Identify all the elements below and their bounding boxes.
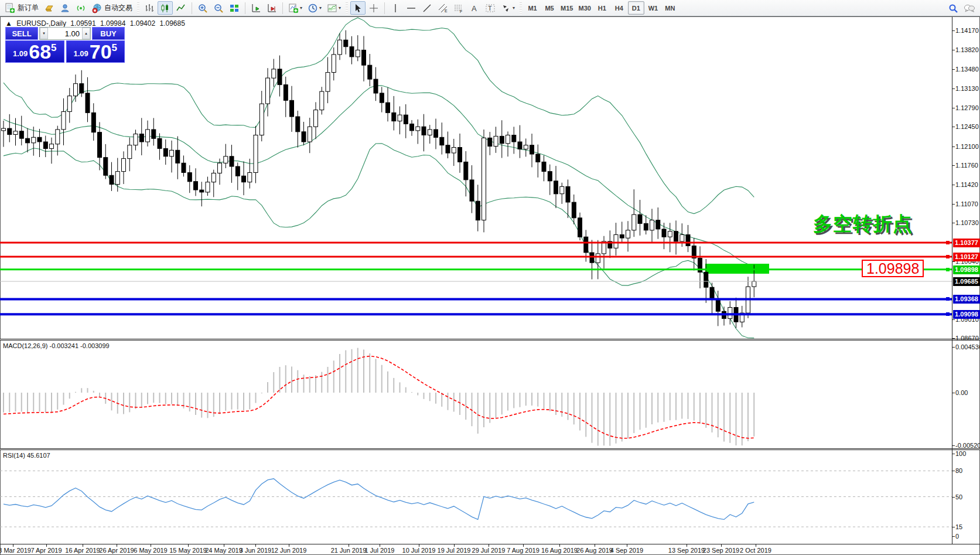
- timeframe-button-M30[interactable]: M30: [576, 1, 593, 15]
- volume-input[interactable]: [48, 28, 82, 39]
- buy-button[interactable]: BUY: [92, 27, 125, 40]
- text-label-button[interactable]: T: [483, 1, 498, 15]
- time-axis-label[interactable]: 28 Mar 2019: [0, 547, 31, 554]
- sell-price-big: 68: [29, 42, 51, 62]
- indicators-button[interactable]: ▾: [286, 1, 305, 15]
- volume-decrease-button[interactable]: ▾: [40, 28, 48, 39]
- timeframe-button-M1[interactable]: M1: [524, 1, 541, 15]
- price-axis-tick-label: 1.13130: [955, 85, 979, 92]
- macd-indicator-pane[interactable]: [0, 341, 952, 450]
- timeframe-button-D1[interactable]: D1: [628, 1, 644, 15]
- trendline-button[interactable]: [419, 1, 435, 15]
- toolbar-grip: [346, 2, 348, 14]
- toolbar-grip: [520, 2, 522, 14]
- time-axis-label[interactable]: 1 Jul 2019: [365, 547, 395, 554]
- zoom-out-button[interactable]: [211, 1, 226, 15]
- time-axis-label[interactable]: 15 May 2019: [169, 547, 207, 554]
- auto-scroll-button[interactable]: [248, 1, 264, 15]
- panel-collapse-arrow[interactable]: ▲: [5, 19, 12, 28]
- timeframe-button-H1[interactable]: H1: [594, 1, 610, 15]
- sell-price-display[interactable]: 1.09 68 5: [5, 40, 64, 63]
- equidistant-channel-button[interactable]: E: [435, 1, 450, 15]
- toolbar-grip: [137, 2, 139, 14]
- templates-button[interactable]: ▾: [325, 1, 343, 15]
- ohlc-close: 1.09685: [159, 19, 185, 28]
- sell-button[interactable]: SELL: [5, 27, 38, 40]
- line-anchor-marker[interactable]: [946, 297, 950, 301]
- line-anchor-marker[interactable]: [946, 268, 950, 271]
- time-axis-label[interactable]: 16 Aug 2019: [541, 547, 578, 554]
- chart-shift-button[interactable]: [264, 1, 279, 15]
- horizontal-line-button[interactable]: [404, 1, 419, 15]
- cursor-button[interactable]: [350, 1, 366, 15]
- time-axis-label[interactable]: 21 Jun 2019: [331, 547, 367, 554]
- periods-button[interactable]: ▾: [305, 1, 324, 15]
- time-axis-label[interactable]: 29 Jul 2019: [472, 547, 506, 554]
- vertical-line-button[interactable]: [388, 1, 403, 15]
- time-axis-label[interactable]: 2 Oct 2019: [740, 547, 771, 554]
- rsi-pane-splitter[interactable]: [0, 448, 980, 450]
- dropdown-arrow-icon: ▾: [319, 5, 322, 11]
- cursor-arrow-icon: [353, 3, 363, 13]
- price-level-flag[interactable]: 1.09898: [862, 260, 924, 277]
- time-axis-label[interactable]: 26 Aug 2019: [576, 547, 613, 554]
- time-axis-label[interactable]: 6 May 2019: [134, 547, 167, 554]
- rsi-indicator-pane[interactable]: [0, 450, 952, 544]
- signals-button[interactable]: [73, 1, 88, 15]
- time-axis-label[interactable]: 23 Sep 2019: [703, 547, 739, 554]
- line-anchor-marker[interactable]: [946, 312, 950, 316]
- text-button[interactable]: A: [467, 1, 482, 15]
- time-axis-label[interactable]: 19 Jul 2019: [438, 547, 471, 554]
- one-click-trading-panel: SELL ▾ ▴ BUY 1.09 68 5 1.09 70 5: [5, 27, 125, 63]
- zoom-in-button[interactable]: [195, 1, 210, 15]
- new-order-button[interactable]: 新订单: [2, 1, 41, 15]
- time-axis-label[interactable]: 26 Apr 2019: [99, 547, 134, 554]
- timeframe-button-MN[interactable]: MN: [662, 1, 678, 15]
- timeframe-button-H4[interactable]: H4: [611, 1, 627, 15]
- line-chart-button[interactable]: [173, 1, 189, 15]
- time-axis-label[interactable]: 24 May 2019: [205, 547, 243, 554]
- search-button[interactable]: [945, 1, 961, 15]
- turning-point-annotation[interactable]: 多空转折点: [813, 211, 913, 237]
- community-chat-button[interactable]: [961, 1, 978, 15]
- timeframe-button-M5[interactable]: M5: [541, 1, 558, 15]
- tile-windows-button[interactable]: [227, 1, 242, 15]
- chart-title: ▲ EURUSD-,Daily 1.09591 1.09984 1.09402 …: [5, 19, 187, 28]
- time-axis-label[interactable]: 12 Jun 2019: [271, 547, 307, 554]
- autotrading-button[interactable]: 自动交易: [89, 1, 135, 15]
- time-axis-label[interactable]: 3 Jun 2019: [240, 547, 271, 554]
- toolbar-separator: [245, 2, 245, 14]
- price-axis-tick-label: 1.12100: [955, 143, 979, 150]
- price-axis-tickmark: [952, 108, 955, 108]
- candlestick-chart-button[interactable]: [158, 1, 173, 15]
- time-axis-label[interactable]: 16 Apr 2019: [65, 547, 100, 554]
- metaeditor-button[interactable]: [42, 1, 57, 15]
- macd-axis-tickmark: [952, 445, 955, 446]
- price-axis-tickmark: [952, 185, 955, 185]
- price-axis-tickmark: [952, 338, 955, 339]
- time-axis-label[interactable]: 10 Jul 2019: [402, 547, 436, 554]
- buy-price-display[interactable]: 1.09 70 5: [66, 40, 125, 63]
- price-level-badge: 1.09368: [953, 295, 980, 304]
- arrows-button[interactable]: ▾: [498, 1, 517, 15]
- timeframe-button-M15[interactable]: M15: [558, 1, 575, 15]
- macd-pane-splitter[interactable]: [0, 339, 980, 341]
- time-axis-label[interactable]: 4 Sep 2019: [610, 547, 643, 554]
- time-axis-label[interactable]: 7 Aug 2019: [507, 547, 539, 554]
- line-anchor-marker[interactable]: [946, 241, 950, 244]
- price-chart-pane[interactable]: [0, 16, 952, 341]
- market-watch-button[interactable]: [57, 1, 73, 15]
- line-anchor-marker[interactable]: [946, 255, 950, 258]
- bar-chart-button[interactable]: [142, 1, 157, 15]
- crosshair-button[interactable]: [366, 1, 381, 15]
- time-axis-label[interactable]: 13 Sep 2019: [668, 547, 705, 554]
- price-axis-tick-label: 1.14170: [955, 27, 979, 34]
- crosshair-icon: [368, 3, 379, 13]
- rsi-axis-label: 15: [955, 523, 962, 530]
- price-level-badge: 1.09098: [953, 310, 980, 319]
- price-axis-tickmark: [952, 50, 955, 50]
- volume-increase-button[interactable]: ▴: [82, 28, 90, 39]
- fibonacci-button[interactable]: F: [451, 1, 466, 15]
- timeframe-button-W1[interactable]: W1: [645, 1, 661, 15]
- time-axis-label[interactable]: 7 Apr 2019: [30, 547, 62, 554]
